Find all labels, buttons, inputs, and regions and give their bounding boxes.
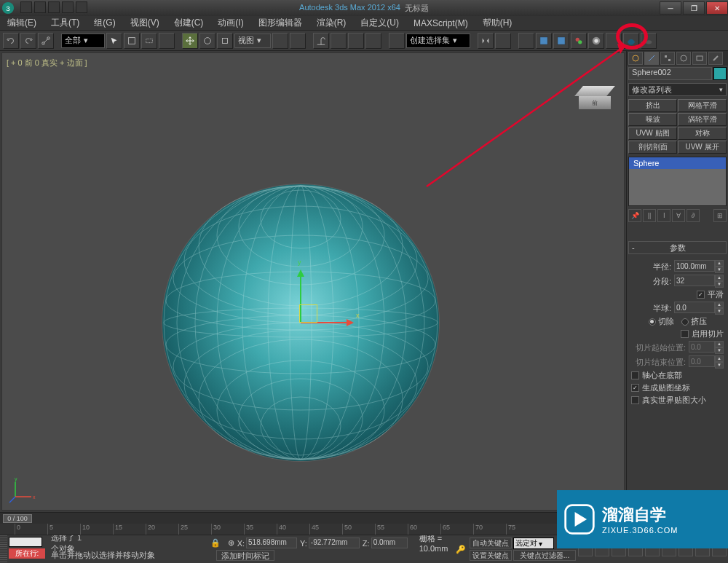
x-coord[interactable]: 518.698mm [246, 538, 297, 548]
modify-tab-icon[interactable] [644, 52, 659, 65]
stack-item-sphere[interactable]: Sphere [629, 157, 726, 169]
refcoord-dropdown[interactable]: 视图▾ [234, 34, 271, 48]
autokey-button[interactable]: 自动关键点 [470, 538, 512, 548]
sphere-object[interactable]: x y [162, 184, 439, 461]
menu-views[interactable]: 视图(V) [123, 16, 167, 30]
time-handle[interactable]: 0 / 100 [3, 514, 32, 523]
move-icon[interactable] [182, 33, 198, 49]
menu-graph[interactable]: 图形编辑器 [251, 16, 309, 30]
layer-manager-icon[interactable] [518, 33, 534, 49]
grip-icon[interactable] [0, 535, 7, 563]
object-name-input[interactable]: Sphere002 [628, 67, 712, 80]
manipulate-icon[interactable] [290, 33, 306, 49]
key-icon[interactable]: 🔑 [456, 538, 467, 560]
object-color-swatch[interactable] [713, 67, 727, 80]
current-color-swatch[interactable] [9, 537, 42, 547]
qa-btn[interactable] [20, 1, 32, 13]
lock-icon[interactable]: 🔒 [210, 538, 221, 548]
menu-help[interactable]: 帮助(H) [475, 16, 520, 30]
close-button[interactable]: ✕ [706, 1, 728, 15]
menu-group[interactable]: 组(G) [87, 16, 122, 30]
qa-btn[interactable] [62, 1, 74, 13]
keyfilter-button[interactable]: 关键点过滤器... [513, 550, 576, 561]
render-prod-icon[interactable] [623, 33, 639, 49]
btn-uvwmap[interactable]: UVW 贴图 [628, 127, 677, 140]
schematic-icon[interactable] [553, 33, 569, 49]
mapcoords-checkbox[interactable]: ✓ [631, 384, 639, 392]
config-btn-icon[interactable]: ⊞ [713, 209, 727, 222]
btn-unwrap[interactable]: UVW 展开 [678, 141, 727, 154]
menu-create[interactable]: 创建(C) [167, 16, 211, 30]
sel-lock-icon[interactable]: ⊕ [228, 538, 234, 548]
snap-toggle-icon[interactable] [313, 33, 329, 49]
filter-dropdown[interactable]: 全部▾ [61, 34, 105, 48]
radio-squash[interactable] [681, 318, 689, 326]
qa-btn[interactable] [48, 1, 60, 13]
smooth-checkbox[interactable]: ✓ [697, 291, 705, 299]
utilities-tab-icon[interactable] [708, 52, 723, 65]
y-coord[interactable]: -92.772mm [309, 538, 360, 548]
spin-down-icon[interactable]: ▼ [715, 267, 724, 273]
selset-dropdown[interactable]: 创建选择集▾ [406, 34, 470, 48]
viewcube[interactable]: 前 [579, 86, 611, 109]
viewport-label[interactable]: [ + 0 前 0 真实 + 边面 ] [7, 58, 87, 68]
restore-button[interactable]: ❐ [683, 1, 705, 15]
display-tab-icon[interactable] [692, 52, 707, 65]
undo-icon[interactable] [3, 33, 19, 49]
realworld-checkbox[interactable] [631, 396, 639, 404]
rotate-icon[interactable] [199, 33, 215, 49]
angle-snap-icon[interactable] [331, 33, 347, 49]
show-end-icon[interactable]: || [643, 209, 656, 222]
btn-extrude[interactable]: 挤出 [628, 99, 677, 112]
slice-on-checkbox[interactable] [681, 330, 689, 338]
select-rect-icon[interactable] [141, 33, 157, 49]
window-crossing-icon[interactable] [159, 33, 175, 49]
z-coord[interactable]: 0.0mm [371, 538, 408, 548]
btn-turbosmooth[interactable]: 涡轮平滑 [678, 113, 727, 126]
radio-chop[interactable] [649, 318, 656, 326]
align-icon[interactable] [495, 33, 511, 49]
edit-named-sel-icon[interactable] [389, 33, 405, 49]
select-icon[interactable] [106, 33, 122, 49]
link-icon[interactable] [38, 33, 54, 49]
select-name-icon[interactable] [124, 33, 140, 49]
viewcube-face[interactable]: 前 [579, 96, 611, 109]
btn-noise[interactable]: 噪波 [628, 113, 677, 126]
render-frame-icon[interactable] [606, 33, 622, 49]
base-pivot-checkbox[interactable] [631, 371, 639, 379]
hierarchy-tab-icon[interactable] [660, 52, 675, 65]
minimize-button[interactable]: ─ [660, 1, 681, 15]
spin-up-icon[interactable]: ▲ [715, 260, 724, 267]
motion-tab-icon[interactable] [676, 52, 691, 65]
pin-stack-icon[interactable]: 📌 [628, 209, 641, 222]
curve-editor-icon[interactable] [536, 33, 552, 49]
menu-edit[interactable]: 编辑(E) [0, 16, 44, 30]
segs-input[interactable] [674, 275, 715, 286]
viewport[interactable]: [ + 0 前 0 真实 + 边面 ] 前 [1, 52, 625, 511]
hemi-input[interactable] [674, 302, 715, 313]
spinner-snap-icon[interactable] [365, 33, 381, 49]
mirror-icon[interactable] [478, 33, 494, 49]
setkey-button[interactable]: 设置关键点 [470, 550, 512, 561]
pivot-icon[interactable] [272, 33, 288, 49]
teapot-icon[interactable] [641, 33, 657, 49]
params-rollup-header[interactable]: 参数 [628, 241, 727, 254]
modifier-list-dropdown[interactable]: 修改器列表 [628, 83, 727, 96]
menu-maxscript[interactable]: MAXScript(M) [406, 16, 475, 30]
create-tab-icon[interactable] [628, 52, 643, 65]
add-time-tag[interactable]: 添加时间标记 [216, 550, 274, 561]
radius-input[interactable] [674, 260, 715, 272]
modifier-stack[interactable]: Sphere [628, 157, 727, 206]
move-gizmo[interactable]: x y [301, 323, 301, 323]
make-unique-icon[interactable]: Ⅰ [657, 209, 670, 222]
btn-symmetry[interactable]: 对称 [678, 127, 727, 140]
render-setup-icon[interactable] [588, 33, 604, 49]
selset-combo[interactable]: 选定对▾ [513, 538, 554, 549]
btn-slice[interactable]: 剖切剖面 [628, 141, 677, 154]
redo-icon[interactable] [20, 33, 36, 49]
menu-tools[interactable]: 工具(T) [44, 16, 87, 30]
qa-btn[interactable] [76, 1, 87, 13]
btn-meshsmooth[interactable]: 网格平滑 [678, 99, 727, 112]
menu-anim[interactable]: 动画(I) [210, 16, 250, 30]
percent-snap-icon[interactable] [348, 33, 364, 49]
